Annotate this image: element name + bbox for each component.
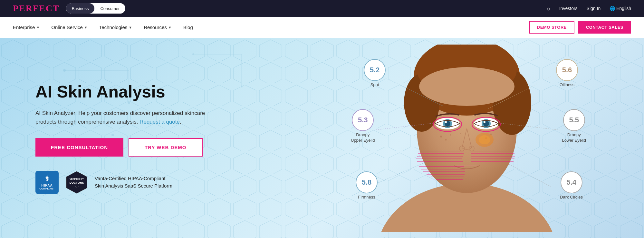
oiliness-label: Oiliness — [560, 82, 574, 87]
chevron-down-icon: ▼ — [36, 26, 40, 29]
consumer-toggle[interactable]: Consumer — [94, 3, 125, 14]
droopy-lower-value: 5.5 — [563, 109, 585, 131]
chevron-down-icon: ▼ — [129, 26, 132, 29]
hero-description: AI Skin Analyzer: Help your customers di… — [35, 109, 222, 126]
droopy-upper-value: 5.3 — [352, 109, 374, 131]
svg-point-38 — [445, 139, 447, 141]
contact-sales-button[interactable]: CONTACT SALES — [578, 21, 631, 34]
droopy-upper-score: 5.3 DroopyUpper Eyelid — [351, 109, 375, 143]
firmness-value: 5.8 — [356, 171, 378, 193]
language-selector[interactable]: 🌐 English — [610, 6, 631, 11]
top-bar-left: PERFECT Business Consumer — [13, 3, 125, 14]
spot-label: Spot — [370, 82, 379, 87]
spot-value: 5.2 — [364, 59, 386, 81]
droopy-upper-label: DroopyUpper Eyelid — [351, 132, 375, 143]
dark-circles-label: Dark Circles — [560, 195, 583, 199]
badges-section: ⚕ HIPAA COMPLIANT VERIFIED BY DOCTORS ✓✓… — [35, 171, 222, 194]
hero-content: AI Skin Analysis AI Skin Analyzer: Help … — [0, 82, 222, 194]
svg-point-24 — [419, 67, 514, 106]
svg-point-32 — [484, 121, 485, 123]
svg-point-39 — [450, 134, 451, 136]
audience-toggle: Business Consumer — [66, 3, 126, 14]
signin-link[interactable]: Sign In — [587, 6, 601, 11]
firmness-score: 5.8 Firmness — [356, 171, 378, 199]
firmness-label: Firmness — [358, 195, 375, 199]
svg-text:✓✓✓: ✓✓✓ — [74, 186, 79, 188]
svg-point-44 — [479, 135, 490, 144]
svg-point-37 — [440, 136, 442, 138]
logo: PERFECT — [13, 3, 60, 14]
demo-store-button[interactable]: DEMO STORE — [529, 21, 574, 34]
search-icon[interactable]: ⌕ — [547, 5, 550, 12]
nav-blog[interactable]: Blog — [183, 25, 193, 30]
dark-circles-score: 5.4 Dark Circles — [560, 171, 583, 199]
svg-text:VERIFIED BY: VERIFIED BY — [70, 178, 84, 180]
investors-link[interactable]: Investors — [559, 6, 578, 11]
face-with-scores: 5.2 Spot 5.6 Oiliness 5.3 DroopyUpper Ey… — [338, 45, 596, 232]
business-toggle[interactable]: Business — [66, 3, 95, 14]
hero-section: AI Skin Analysis AI Skin Analyzer: Help … — [0, 38, 644, 238]
svg-point-28 — [445, 121, 447, 123]
nav-left: Enterprise ▼ Online Service ▼ Technologi… — [13, 25, 193, 30]
chevron-down-icon: ▼ — [168, 26, 172, 29]
globe-icon: 🌐 — [610, 6, 615, 11]
svg-point-5 — [63, 69, 66, 72]
free-consultation-button[interactable]: FREE CONSULTATION — [35, 138, 123, 157]
spot-score: 5.2 Spot — [364, 59, 386, 87]
nav-resources[interactable]: Resources ▼ — [144, 25, 172, 30]
svg-point-11 — [241, 86, 243, 87]
nav-online-service[interactable]: Online Service ▼ — [51, 25, 87, 30]
nav-right: DEMO STORE CONTACT SALES — [529, 21, 631, 34]
doctors-badge: VERIFIED BY DOCTORS ✓✓✓ — [65, 171, 88, 194]
hero-buttons: FREE CONSULTATION TRY WEB DEMO — [35, 138, 222, 157]
svg-point-42 — [460, 133, 461, 134]
nav-technologies[interactable]: Technologies ▼ — [99, 25, 132, 30]
svg-line-68 — [509, 164, 551, 187]
try-web-demo-button[interactable]: TRY WEB DEMO — [129, 138, 203, 157]
hipaa-badge: ⚕ HIPAA COMPLIANT — [35, 171, 59, 194]
caduceus-icon: ⚕ — [45, 175, 49, 183]
chevron-down-icon: ▼ — [84, 26, 88, 29]
svg-text:DOCTORS: DOCTORS — [70, 181, 84, 184]
svg-line-67 — [373, 162, 425, 185]
badge-description: Vanta-Certified HIPAA-Compliant Skin Ana… — [95, 175, 172, 189]
nav-enterprise[interactable]: Enterprise ▼ — [13, 25, 40, 30]
dark-circles-value: 5.4 — [561, 171, 582, 193]
droopy-lower-label: DroopyLower Eyelid — [562, 132, 586, 143]
droopy-lower-score: 5.5 DroopyLower Eyelid — [562, 109, 586, 143]
top-bar-right: ⌕ Investors Sign In 🌐 English — [547, 5, 631, 12]
hero-title: AI Skin Analysis — [35, 82, 222, 102]
oiliness-score: 5.6 Oiliness — [556, 59, 578, 87]
request-quote-link[interactable]: Request a quote — [139, 119, 180, 125]
top-bar: PERFECT Business Consumer ⌕ Investors Si… — [0, 0, 644, 17]
nav-bar: Enterprise ▼ Online Service ▼ Technologi… — [0, 17, 644, 38]
oiliness-value: 5.6 — [556, 59, 578, 81]
face-analysis-area: 5.2 Spot 5.6 Oiliness 5.3 DroopyUpper Ey… — [290, 38, 644, 238]
svg-point-10 — [192, 53, 194, 55]
